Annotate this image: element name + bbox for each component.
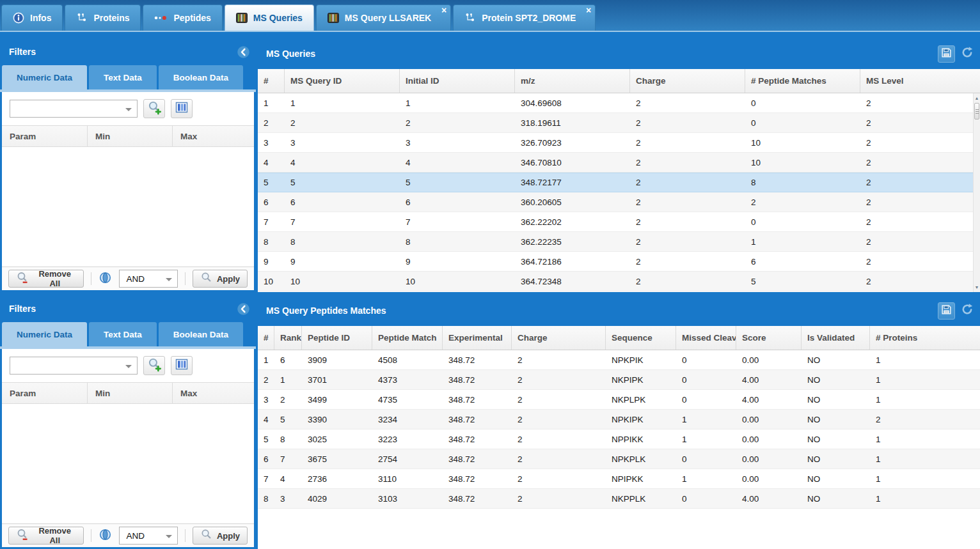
- tab-label: Peptides: [173, 13, 210, 23]
- tab-label: Infos: [30, 13, 51, 23]
- peptide-matches-row-7[interactable]: 7427363110348.722NPIPKK10.00NO1: [258, 469, 980, 489]
- filter-column-header-min[interactable]: Min: [88, 383, 173, 403]
- chevron-down-icon: [166, 278, 172, 281]
- ms-queries-cell-col: 10: [258, 272, 285, 291]
- ms-queries-row-9[interactable]: 999364.72186262: [258, 252, 973, 272]
- ms-queries-row-1[interactable]: 111304.69608202: [258, 93, 973, 113]
- apply-button[interactable]: Apply: [193, 527, 248, 545]
- peptide-matches-row-8[interactable]: 8340293103348.722NKPPLK04.00NO1: [258, 489, 980, 509]
- peptide-matches-column-header-peptide-match[interactable]: Peptide Match: [372, 326, 443, 350]
- ms-queries-column-header-col[interactable]: #: [258, 69, 285, 93]
- ms-queries-column-header-peptide-matches[interactable]: # Peptide Matches: [745, 69, 860, 93]
- peptide-matches-column-header-experimental[interactable]: Experimental: [443, 326, 512, 350]
- ms-queries-cell-col: 8: [258, 232, 285, 251]
- filter-tab-numeric-data[interactable]: Numeric Data: [2, 322, 87, 346]
- tab-proteins[interactable]: Proteins: [65, 4, 141, 31]
- peptide-matches-cell-experimental: 348.72: [443, 350, 512, 369]
- ms-queries-row-8[interactable]: 888362.22235212: [258, 232, 973, 252]
- peptide-matches-cell-col: 3: [258, 390, 274, 409]
- scroll-up-icon[interactable]: ▲: [974, 93, 980, 103]
- filter-tab-text-data[interactable]: Text Data: [89, 322, 157, 346]
- ms-queries-cell-m-z: 326.70923: [515, 133, 630, 152]
- filter-tab-boolean-data[interactable]: Boolean Data: [159, 65, 243, 89]
- ms-queries-cell-peptide-matches: 10: [745, 153, 860, 172]
- filter-param-combobox[interactable]: [10, 357, 138, 375]
- tab-ms-queries[interactable]: MS Queries: [225, 4, 314, 31]
- tab-ms-query-llsarek[interactable]: MS Query LLSAREK×: [316, 4, 451, 31]
- filter-tab-boolean-data[interactable]: Boolean Data: [159, 322, 243, 346]
- ms-queries-cell-ms-level: 2: [860, 153, 973, 172]
- peptide-matches-column-header-proteins[interactable]: # Proteins: [870, 326, 980, 350]
- filter-column-header-max[interactable]: Max: [173, 126, 254, 146]
- operator-select[interactable]: AND: [119, 527, 178, 545]
- search-icon: [200, 529, 212, 543]
- vertical-scrollbar[interactable]: ▲ ▼: [973, 93, 980, 292]
- peptide-matches-column-header-peptide-id[interactable]: Peptide ID: [302, 326, 372, 350]
- peptide-matches-cell-col: 6: [258, 449, 274, 468]
- peptide-matches-cell-score: 0.00: [736, 429, 802, 449]
- close-icon[interactable]: ×: [441, 5, 447, 15]
- filter-tab-numeric-data[interactable]: Numeric Data: [2, 65, 87, 89]
- peptide-matches-row-1[interactable]: 1639094508348.722NPKPIK00.00NO1: [258, 350, 980, 370]
- peptide-matches-column-header-score[interactable]: Score: [736, 326, 802, 350]
- remove-all-button[interactable]: Remove All: [8, 527, 84, 545]
- ms-queries-row-3[interactable]: 333326.709232102: [258, 133, 973, 153]
- refresh-button[interactable]: [960, 303, 975, 318]
- peptide-matches-row-2[interactable]: 2137014373348.722NKPIPK04.00NO1: [258, 370, 980, 390]
- collapse-panel-icon[interactable]: [237, 45, 250, 59]
- columns-button[interactable]: [171, 99, 193, 118]
- ms-queries-column-header-m-z[interactable]: m/z: [515, 69, 630, 93]
- tab-infos[interactable]: Infos: [1, 4, 63, 31]
- peptide-matches-column-header-missed-cleava[interactable]: Missed Cleava: [676, 326, 736, 350]
- peptide-matches-cell-proteins: 1: [870, 489, 980, 508]
- filter-column-header-min[interactable]: Min: [88, 126, 173, 146]
- filter-column-header-max[interactable]: Max: [173, 383, 254, 403]
- ms-queries-row-7[interactable]: 777362.22202202: [258, 212, 973, 232]
- ms-queries-column-header-ms-level[interactable]: MS Level: [860, 69, 980, 93]
- save-button[interactable]: [938, 45, 955, 63]
- filter-column-header-param[interactable]: Param: [2, 126, 88, 146]
- ms-queries-row-2[interactable]: 222318.19611202: [258, 113, 973, 133]
- filter-tab-text-data[interactable]: Text Data: [89, 65, 157, 89]
- filter-grid-body: [2, 404, 254, 523]
- columns-button[interactable]: [171, 356, 193, 375]
- filter-param-combobox[interactable]: [10, 100, 138, 118]
- ms-queries-row-5[interactable]: 555348.72177282: [258, 173, 973, 192]
- peptide-matches-column-header-sequence[interactable]: Sequence: [606, 326, 676, 350]
- peptide-matches-column-header-is-validated[interactable]: Is Validated: [802, 326, 870, 350]
- add-filter-button[interactable]: [143, 356, 165, 375]
- ms-queries-row-6[interactable]: 666360.20605222: [258, 192, 973, 212]
- peptide-matches-row-6[interactable]: 6736752754348.722NPKPLK00.00NO1: [258, 449, 980, 469]
- save-button[interactable]: [938, 302, 955, 320]
- peptide-matches-cell-sequence: NPPIKK: [606, 429, 676, 449]
- refresh-button[interactable]: [960, 46, 975, 61]
- peptide-matches-row-4[interactable]: 4533903234348.722NPKIPK10.00NO2: [258, 410, 980, 429]
- operator-select[interactable]: AND: [119, 270, 178, 288]
- peptide-matches-cell-peptide-id: 4029: [302, 489, 372, 508]
- ms-queries-cell-col: 6: [258, 192, 285, 212]
- peptide-matches-cell-peptide-match: 4373: [372, 370, 443, 389]
- scrollbar-thumb[interactable]: [974, 103, 979, 120]
- peptide-matches-row-5[interactable]: 5830253223348.722NPPIKK10.00NO1: [258, 429, 980, 449]
- collapse-panel-icon[interactable]: [237, 302, 250, 316]
- ms-queries-column-header-initial-id[interactable]: Initial ID: [400, 69, 515, 93]
- scroll-down-icon[interactable]: ▼: [974, 282, 980, 292]
- apply-button[interactable]: Apply: [193, 270, 248, 288]
- peptide-matches-cell-rank: 5: [274, 410, 302, 429]
- peptide-matches-row-3[interactable]: 3234994735348.722NKPLPK04.00NO1: [258, 390, 980, 410]
- ms-queries-row-4[interactable]: 444346.708102102: [258, 153, 973, 173]
- add-filter-button[interactable]: [143, 99, 165, 118]
- close-icon[interactable]: ×: [586, 5, 591, 15]
- tab-protein-spt2-drome[interactable]: Protein SPT2_DROME×: [453, 4, 596, 31]
- peptide-matches-column-header-col[interactable]: #: [258, 326, 274, 350]
- peptide-matches-column-header-charge[interactable]: Charge: [512, 326, 606, 350]
- tab-peptides[interactable]: Peptides: [143, 4, 222, 31]
- filter-column-header-param[interactable]: Param: [2, 383, 88, 403]
- remove-all-button[interactable]: Remove All: [8, 270, 84, 288]
- peptide-matches-column-header-rank[interactable]: Rank: [274, 326, 302, 350]
- search-add-icon: [147, 357, 162, 375]
- ms-queries-column-header-charge[interactable]: Charge: [630, 69, 745, 93]
- ms-queries-column-header-ms-query-id[interactable]: MS Query ID: [285, 69, 400, 93]
- scrollbar-track[interactable]: [974, 120, 980, 282]
- ms-queries-row-10[interactable]: 101010364.72348252: [258, 272, 973, 291]
